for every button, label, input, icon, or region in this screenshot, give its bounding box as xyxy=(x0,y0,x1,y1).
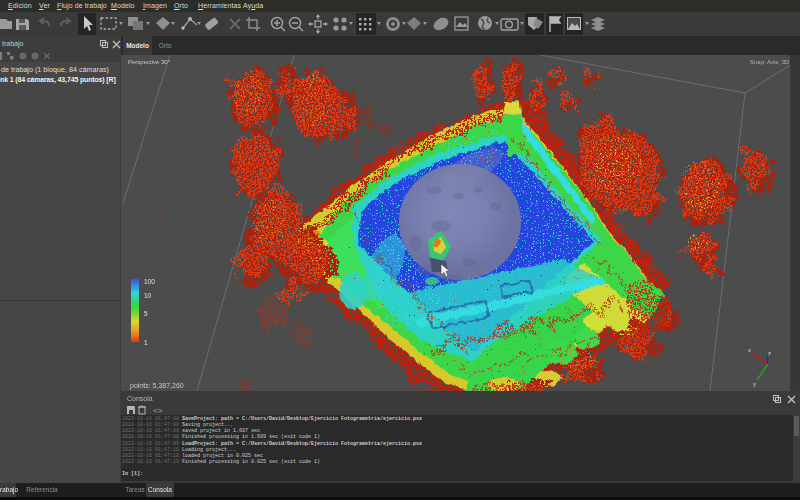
svg-text:y: y xyxy=(753,381,756,387)
svg-text:Snap: Axis, 3D: Snap: Axis, 3D xyxy=(750,59,790,65)
svg-text:Perspective 30°: Perspective 30° xyxy=(128,59,171,65)
svg-text:1: 1 xyxy=(144,339,148,346)
svg-text:100: 100 xyxy=(144,278,155,285)
svg-text:points: 5,387,260: points: 5,387,260 xyxy=(130,382,184,390)
svg-text:z: z xyxy=(768,350,771,356)
svg-text:<>: <> xyxy=(153,406,163,415)
svg-text:10: 10 xyxy=(144,292,152,299)
svg-text:5: 5 xyxy=(144,310,148,317)
svg-text:x: x xyxy=(748,347,751,353)
